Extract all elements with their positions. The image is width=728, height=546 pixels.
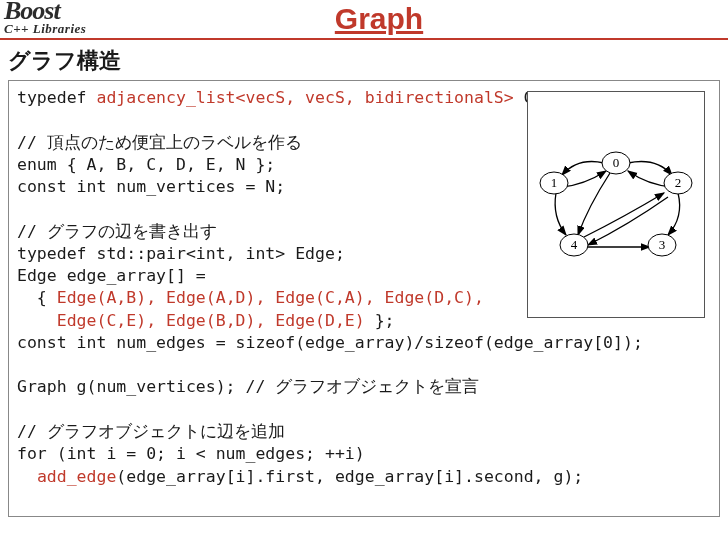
logo-bottom: C++ Libraries — [4, 21, 130, 37]
logo-top: Boost — [4, 1, 130, 22]
code-highlight: Edge(C,E), Edge(B,D), Edge(D,E) — [57, 311, 365, 330]
code-line: { — [17, 288, 57, 307]
section-subtitle: グラフ構造 — [0, 40, 728, 80]
graph-node-2: 2 — [675, 175, 682, 190]
code-line: typedef — [17, 88, 96, 107]
code-highlight: Edge(A,B), Edge(A,D), Edge(C,A), Edge(D,… — [57, 288, 484, 307]
code-highlight: add_edge — [37, 467, 116, 486]
code-comment: // 頂点のため便宜上のラベルを作る — [17, 133, 302, 152]
boost-logo: Boost C++ Libraries — [0, 1, 130, 38]
header: Boost C++ Libraries Graph — [0, 0, 728, 40]
page-title: Graph — [130, 2, 728, 36]
code-line: (edge_array[i].first, edge_array[i].seco… — [116, 467, 583, 486]
graph-node-0: 0 — [613, 155, 620, 170]
code-highlight: adjacency_list<vecS, vecS, bidirectional… — [96, 88, 513, 107]
code-line: Graph g(num_vertices); // グラフオブジェクトを宣言 — [17, 377, 479, 396]
code-block: typedef adjacency_list<vecS, vecS, bidir… — [8, 80, 720, 517]
code-line — [17, 467, 37, 486]
code-comment: // グラフオブジェクトに辺を追加 — [17, 422, 285, 441]
code-line: typedef std::pair<int, int> Edge; — [17, 244, 345, 263]
graph-node-1: 1 — [551, 175, 558, 190]
code-line — [17, 311, 57, 330]
code-line: const int num_vertices = N; — [17, 177, 285, 196]
code-line: Edge edge_array[] = — [17, 266, 206, 285]
graph-node-3: 3 — [659, 237, 666, 252]
graph-node-4: 4 — [571, 237, 578, 252]
code-line: enum { A, B, C, D, E, N }; — [17, 155, 275, 174]
code-line: }; — [365, 311, 395, 330]
graph-diagram: 0 1 2 3 4 — [527, 91, 705, 318]
code-line: for (int i = 0; i < num_edges; ++i) — [17, 444, 365, 463]
code-comment: // グラフの辺を書き出す — [17, 222, 217, 241]
code-line: const int num_edges = sizeof(edge_array)… — [17, 333, 643, 352]
